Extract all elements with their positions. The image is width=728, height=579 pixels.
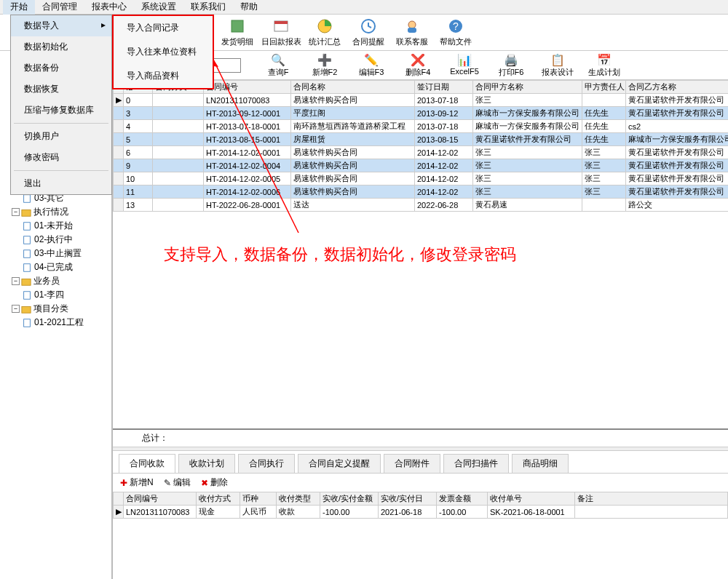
col-实收/实付日[interactable]: 实收/实付日 xyxy=(379,492,437,506)
tree-项目分类[interactable]: −项目分类 xyxy=(0,302,111,316)
menu-开始[interactable]: 开始 xyxy=(3,0,35,15)
tree-04-已完成[interactable]: 04-已完成 xyxy=(0,260,111,274)
col-合同甲方名称[interactable]: 合同甲方名称 xyxy=(473,81,582,94)
toolbar-发货明细[interactable]: 发货明细 xyxy=(215,15,259,50)
toolbar-统计汇总[interactable]: 统计汇总 xyxy=(303,15,347,50)
col-实收/实付金额[interactable]: 实收/实付金额 xyxy=(320,492,379,506)
toolbar-联系客服[interactable]: 联系客服 xyxy=(390,15,434,50)
svg-rect-24 xyxy=(22,306,31,313)
svg-rect-20 xyxy=(24,249,31,257)
menu-报表中心[interactable]: 报表中心 xyxy=(84,0,134,15)
table-row[interactable]: ▶LN201311070083现金人民币收款-100.002021-06-18-… xyxy=(114,506,729,519)
tree-01-2021工程[interactable]: 01-2021工程 xyxy=(0,316,111,330)
col-收付方式[interactable]: 收付方式 xyxy=(197,492,240,506)
col-收付类型[interactable]: 收付类型 xyxy=(277,492,320,506)
tab-合同执行[interactable]: 合同执行 xyxy=(238,454,295,473)
svg-rect-18 xyxy=(24,222,31,230)
toolbar-日回款报表[interactable]: 日回款报表 xyxy=(259,15,303,50)
tab-合同收款[interactable]: 合同收款 xyxy=(119,454,175,473)
search-btn-ExcelF5[interactable]: 📊ExcelF5 xyxy=(445,53,484,78)
table-row[interactable]: 6HT-2014-12-02-0001易速软件购买合同2014-12-02张三张… xyxy=(114,146,729,159)
svg-rect-19 xyxy=(24,236,31,244)
svg-rect-16 xyxy=(24,194,31,202)
main-grid[interactable]: ID合同分类合同编号合同名称签订日期合同甲方名称甲方责任人合同乙方名称▶0LN2… xyxy=(113,80,728,428)
table-row[interactable]: 5HT-2013-08-15-0001房屋租赁2013-08-15黄石里诺软件开… xyxy=(114,133,729,146)
dropdown-退出[interactable]: 退出 xyxy=(11,173,111,194)
tab-合同自定义提醒[interactable]: 合同自定义提醒 xyxy=(298,454,381,473)
col-签订日期[interactable]: 签订日期 xyxy=(415,81,473,94)
toolbar-帮助文件[interactable]: ?帮助文件 xyxy=(434,15,478,50)
col-甲方责任人[interactable]: 甲方责任人 xyxy=(582,81,626,94)
table-row[interactable]: 11HT-2014-12-02-0006易速软件购买合同2014-12-02张三… xyxy=(114,185,729,199)
svg-rect-21 xyxy=(24,263,31,271)
menu-帮助[interactable]: 帮助 xyxy=(233,0,265,15)
dropdown-修改密码[interactable]: 修改密码 xyxy=(11,147,111,168)
svg-rect-22 xyxy=(22,279,31,285)
dropdown-数据恢复[interactable]: 数据恢复 xyxy=(11,79,111,100)
dropdown-压缩与修复数据库[interactable]: 压缩与修复数据库 xyxy=(11,100,111,121)
tree-业务员[interactable]: −业务员 xyxy=(0,274,111,288)
tab-商品明细[interactable]: 商品明细 xyxy=(512,454,569,473)
detail-btn-编辑[interactable]: ✎编辑 xyxy=(164,476,191,489)
col-币种[interactable]: 币种 xyxy=(240,492,277,506)
detail-tabs: 合同收款收款计划合同执行合同自定义提醒合同附件合同扫描件商品明细 xyxy=(113,451,728,474)
menu-系统设置[interactable]: 系统设置 xyxy=(134,0,183,15)
summary-row: 总计： xyxy=(113,428,728,447)
col-合同编号[interactable]: 合同编号 xyxy=(204,81,291,94)
tree-02-执行中[interactable]: 02-执行中 xyxy=(0,233,111,247)
col-[interactable] xyxy=(114,492,124,506)
search-btn-编辑F3[interactable]: ✏️编辑F3 xyxy=(352,53,391,78)
dropdown-切换用户[interactable]: 切换用户 xyxy=(11,126,111,147)
detail-toolbar: ✚新增N✎编辑✖删除 xyxy=(113,474,728,492)
table-row[interactable]: 9HT-2014-12-02-0004易速软件购买合同2014-12-02张三张… xyxy=(114,159,729,172)
table-row[interactable]: 10HT-2014-12-02-0005易速软件购买合同2014-12-02张三… xyxy=(114,172,729,185)
tree-01-李四[interactable]: 01-李四 xyxy=(0,288,111,302)
search-btn-生成计划[interactable]: 📅生成计划 xyxy=(585,53,624,78)
table-row[interactable]: 13HT-2022-06-28-0001送达2022-06-28黄石易速路公交 xyxy=(114,199,729,212)
search-btn-删除F4[interactable]: ❌删除F4 xyxy=(398,53,438,78)
svg-rect-23 xyxy=(24,291,31,299)
import-submenu: 导入合同记录导入往来单位资料导入商品资料 xyxy=(112,15,214,89)
svg-text:?: ? xyxy=(453,20,459,32)
tree-01-未开始[interactable]: 01-未开始 xyxy=(0,219,111,233)
tree-执行情况[interactable]: −执行情况 xyxy=(0,205,111,219)
search-btn-打印F6[interactable]: 🖨️打印F6 xyxy=(491,53,531,78)
col-收付单号[interactable]: 收付单号 xyxy=(488,492,575,506)
detail-btn-新增N[interactable]: ✚新增N xyxy=(120,476,154,489)
col-合同名称[interactable]: 合同名称 xyxy=(291,81,415,94)
dropdown-数据初始化[interactable]: 数据初始化 xyxy=(11,36,111,57)
svg-point-5 xyxy=(408,21,416,28)
menu-合同管理[interactable]: 合同管理 xyxy=(35,0,84,15)
table-row[interactable]: 3HT-2013-09-12-0001平度扛阁2013-09-12麻城市一方保安… xyxy=(114,107,729,120)
submenu-导入合同记录[interactable]: 导入合同记录 xyxy=(114,16,213,40)
detail-grid[interactable]: 合同编号收付方式币种收付类型实收/实付金额实收/实付日发票金额收付单号备注录入人… xyxy=(113,492,728,579)
svg-rect-2 xyxy=(274,21,288,24)
col-发票金额[interactable]: 发票金额 xyxy=(437,492,488,506)
submenu-导入商品资料[interactable]: 导入商品资料 xyxy=(114,64,213,88)
col-合同乙方名称[interactable]: 合同乙方名称 xyxy=(626,81,729,94)
submenu-导入往来单位资料[interactable]: 导入往来单位资料 xyxy=(114,40,213,64)
tree-03-中止搁置[interactable]: 03-中止搁置 xyxy=(0,247,111,260)
col-备注[interactable]: 备注 xyxy=(575,492,728,506)
tab-合同扫描件[interactable]: 合同扫描件 xyxy=(443,454,509,473)
search-btn-新增F2[interactable]: ➕新增F2 xyxy=(305,53,344,78)
table-row[interactable]: 4HT-2013-07-18-0001南环路慧垣西路等道路桥梁工程2013-07… xyxy=(114,120,729,133)
svg-rect-25 xyxy=(24,319,31,327)
toolbar-合同提醒[interactable]: 合同提醒 xyxy=(347,15,390,50)
menubar: 开始合同管理报表中心系统设置联系我们帮助 xyxy=(0,0,728,15)
detail-btn-删除[interactable]: ✖删除 xyxy=(201,476,228,489)
table-row[interactable]: ▶0LN201311070083易速软件购买合同2013-07-18张三黄石里诺… xyxy=(114,94,729,107)
col-合同编号[interactable]: 合同编号 xyxy=(124,492,197,506)
start-dropdown: 数据导入▸数据初始化数据备份数据恢复压缩与修复数据库切换用户修改密码退出 xyxy=(10,15,112,195)
search-btn-报表设计[interactable]: 📋报表设计 xyxy=(538,53,577,78)
svg-rect-6 xyxy=(408,28,416,33)
svg-rect-0 xyxy=(232,20,243,32)
tab-合同附件[interactable]: 合同附件 xyxy=(384,454,440,473)
dropdown-数据导入[interactable]: 数据导入▸ xyxy=(11,15,111,36)
tab-收款计划[interactable]: 收款计划 xyxy=(178,454,235,473)
dropdown-数据备份[interactable]: 数据备份 xyxy=(11,57,111,79)
svg-rect-17 xyxy=(22,209,31,216)
menu-联系我们[interactable]: 联系我们 xyxy=(183,0,233,15)
search-btn-查询F[interactable]: 🔍查询F xyxy=(258,53,298,78)
